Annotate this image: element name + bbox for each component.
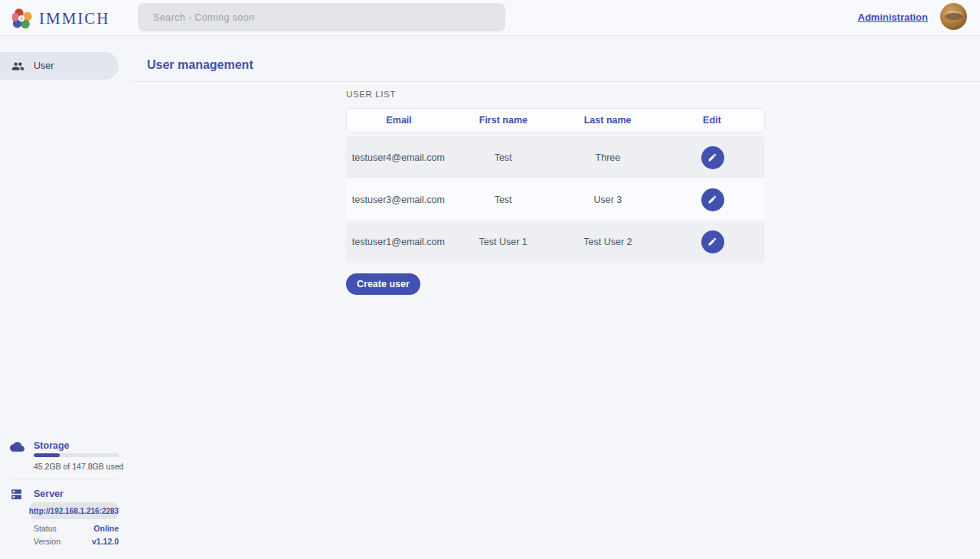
table-row: testuser3@email.com Test User 3	[346, 178, 765, 221]
server-version-row: Version v1.12.0	[34, 537, 119, 546]
edit-user-button[interactable]	[701, 146, 724, 169]
cell-email: testuser1@email.com	[346, 237, 451, 247]
page-title: User management	[147, 58, 253, 72]
storage-usage-text: 45.2GB of 147.8GB used	[34, 462, 123, 471]
sidebar-item-user[interactable]: User	[0, 52, 119, 80]
version-label: Version	[34, 537, 60, 546]
server-title: Server	[34, 489, 64, 499]
table-row: testuser4@email.com Test Three	[346, 136, 765, 178]
pencil-icon	[707, 152, 717, 162]
cell-email: testuser4@email.com	[346, 152, 451, 163]
cell-last-name: Three	[556, 152, 661, 163]
brand-wordmark: IMMICH	[39, 9, 110, 28]
status-label: Status	[34, 524, 57, 533]
table-header: Email First name Last name Edit	[346, 108, 765, 132]
cell-first-name: Test	[451, 195, 556, 205]
column-header-last-name: Last name	[556, 115, 660, 126]
storage-title: Storage	[34, 440, 70, 451]
app-logo[interactable]: IMMICH	[12, 6, 110, 31]
title-divider	[131, 81, 980, 82]
storage-progress	[34, 453, 119, 457]
server-url-chip: http://192.168.1.216:2283	[31, 502, 117, 519]
users-icon	[11, 60, 24, 73]
column-header-edit: Edit	[660, 115, 764, 126]
cell-edit	[660, 230, 765, 253]
create-user-button[interactable]: Create user	[346, 273, 420, 295]
storage-progress-fill	[34, 453, 60, 457]
sidebar-item-user-label: User	[34, 60, 54, 71]
cell-last-name: Test User 2	[556, 237, 661, 247]
cell-email: testuser3@email.com	[346, 195, 451, 205]
cloud-icon	[10, 440, 24, 457]
column-header-first-name: First name	[451, 115, 555, 126]
cell-first-name: Test User 1	[451, 237, 556, 247]
immich-admin-screen: IMMICH Administration User Storage 45.2G…	[0, 0, 980, 559]
cell-edit	[660, 146, 765, 169]
edit-user-button[interactable]	[701, 230, 724, 253]
user-list-label: USER LIST	[346, 90, 396, 99]
dns-icon	[10, 488, 23, 504]
status-value: Online	[93, 524, 119, 533]
cell-edit	[660, 188, 765, 211]
table-row: testuser1@email.com Test User 1 Test Use…	[346, 221, 765, 263]
cell-last-name: User 3	[556, 195, 661, 205]
pencil-icon	[707, 195, 717, 204]
user-table: testuser4@email.com Test Three testuser3…	[346, 136, 765, 263]
column-header-email: Email	[347, 115, 451, 126]
app-header: IMMICH Administration	[0, 0, 980, 36]
cell-first-name: Test	[451, 152, 556, 163]
administration-link[interactable]: Administration	[858, 11, 928, 23]
server-status-row: Status Online	[34, 524, 119, 533]
sidebar-divider	[11, 479, 119, 479]
search-bar	[138, 3, 505, 31]
user-avatar[interactable]	[940, 3, 967, 30]
version-value: v1.12.0	[92, 537, 119, 546]
edit-user-button[interactable]	[701, 188, 724, 211]
pencil-icon	[707, 237, 717, 247]
immich-flower-icon	[12, 8, 33, 29]
search-input[interactable]	[138, 3, 505, 31]
